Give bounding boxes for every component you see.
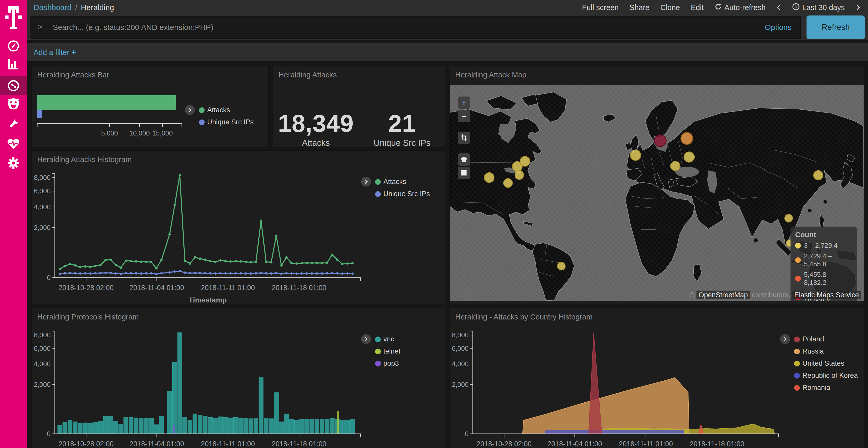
main-area: Dashboard / Heralding Full screen Share … — [27, 0, 868, 448]
svg-text:15,000: 15,000 — [152, 129, 173, 137]
metric-row: 18,349Attacks21Unique Src IPs — [273, 110, 445, 146]
sidebar-item-timelion[interactable] — [0, 95, 27, 113]
query-prompt-icon: >_ — [38, 23, 47, 32]
legend-toggle[interactable] — [780, 334, 790, 344]
add-filter-link[interactable]: Add a filter + — [34, 48, 76, 57]
full-screen-button[interactable]: Full screen — [582, 3, 619, 12]
svg-text:4,000: 4,000 — [34, 203, 51, 211]
legend: AttacksUnique Src IPs — [199, 106, 254, 130]
panel-country-histogram: Heralding - Attacks by Country Histogram… — [450, 308, 864, 448]
refresh-button[interactable]: Refresh — [807, 15, 865, 39]
legend-item-country-2[interactable]: United States — [794, 359, 858, 368]
polygon-button[interactable] — [458, 153, 470, 166]
panel-title: Heralding Attacks — [273, 66, 445, 81]
top-navigation-bar: Dashboard / Heralding Full screen Share … — [27, 0, 868, 15]
sidebar-item-dashboard[interactable] — [0, 76, 27, 95]
legend-item-proto-2[interactable]: pop3 — [375, 359, 400, 368]
legend-toggle[interactable] — [185, 105, 195, 115]
panel-attack-map: Heralding Attack Map +− Count3 – 2,729.4… — [450, 66, 864, 304]
lion-icon — [7, 98, 20, 110]
crop-icon — [461, 132, 467, 143]
gauge-icon — [7, 79, 20, 92]
time-forward-button[interactable] — [856, 4, 860, 11]
auto-refresh-button[interactable]: Auto-refresh — [715, 3, 766, 12]
svg-text:2,000: 2,000 — [452, 381, 469, 388]
svg-text:Timestamp: Timestamp — [189, 296, 226, 304]
zoom-out-button[interactable]: − — [458, 110, 470, 122]
map-legend-range: 3 – 2,729.4 — [795, 242, 852, 249]
time-range-picker[interactable]: Last 30 days — [792, 3, 845, 12]
svg-text:2018-11-18 01:00: 2018-11-18 01:00 — [690, 440, 744, 448]
panel-title: Heralding - Attacks by Country Histogram — [450, 308, 864, 323]
options-link[interactable]: Options — [765, 23, 792, 32]
legend-item-proto-0[interactable]: vnc — [375, 335, 400, 343]
osm-link[interactable]: OpenStreetMap — [696, 290, 750, 299]
search-input[interactable] — [53, 23, 765, 32]
legend-color-dot — [375, 337, 381, 342]
svg-text:10,000: 10,000 — [129, 129, 150, 137]
legend-item-country-3[interactable]: Republic of Korea — [794, 372, 858, 380]
legend-toggle[interactable] — [361, 177, 371, 186]
telekom-logo[interactable] — [0, 6, 27, 32]
gear-icon — [7, 157, 20, 169]
clone-button[interactable]: Clone — [660, 3, 680, 12]
legend-color-dot — [375, 361, 381, 367]
svg-text:0: 0 — [47, 430, 51, 438]
map-attribution: © OpenStreetMap contributors, Elastic Ma… — [689, 291, 861, 299]
metric-1: 21Unique Src IPs — [359, 110, 445, 146]
legend-color-dot — [375, 179, 381, 185]
sidebar-item-discover[interactable] — [0, 37, 27, 55]
rectangle-button[interactable] — [458, 167, 470, 179]
legend-color-dot — [375, 349, 381, 354]
svg-text:4,000: 4,000 — [34, 360, 51, 368]
breadcrumb-separator: / — [75, 3, 77, 12]
svg-text:0: 0 — [47, 274, 51, 281]
legend-item-line-0[interactable]: Attacks — [375, 178, 430, 186]
svg-text:2,000: 2,000 — [34, 224, 51, 232]
kibana-dashboard-app: Dashboard / Heralding Full screen Share … — [0, 0, 868, 448]
legend-item-country-0[interactable]: Poland — [794, 335, 858, 343]
legend-item-line-1[interactable]: Unique Src IPs — [375, 190, 430, 198]
sidebar-item-monitoring[interactable] — [0, 134, 27, 153]
legend-color-dot — [794, 337, 800, 342]
range-color-dot — [795, 243, 801, 248]
panel-title: Heralding Attacks Histogram — [32, 151, 445, 166]
sidebar-item-visualize[interactable] — [0, 55, 27, 74]
panel-protocols-histogram: Heralding Protocols Histogram 02,0004,00… — [32, 308, 445, 448]
ems-link[interactable]: Elastic Maps Service — [792, 290, 861, 299]
share-button[interactable]: Share — [629, 3, 649, 12]
metric-0: 18,349Attacks — [273, 110, 359, 146]
svg-text:2018-11-11 01:00: 2018-11-11 01:00 — [201, 440, 255, 448]
map-controls: +− — [458, 97, 470, 180]
edit-button[interactable]: Edit — [691, 3, 704, 12]
time-back-button[interactable] — [777, 4, 781, 11]
sidebar-item-management[interactable] — [0, 154, 27, 172]
map-legend-title: Count — [795, 231, 852, 239]
legend-color-dot — [794, 349, 800, 354]
rectangle-icon — [461, 167, 467, 179]
legend-item-country-1[interactable]: Russia — [794, 347, 858, 355]
panel-attacks-histogram: Heralding Attacks Histogram 02,0004,0006… — [32, 151, 445, 304]
legend-item-bar-0[interactable]: Attacks — [199, 106, 254, 114]
legend-item-proto-1[interactable]: telnet — [375, 347, 400, 355]
search-row: >_ Options Refresh — [27, 15, 868, 40]
sidebar-item-devtools[interactable] — [0, 114, 27, 133]
legend-color-dot — [375, 191, 381, 197]
svg-text:2018-10-28 02:00: 2018-10-28 02:00 — [59, 284, 114, 291]
svg-text:8,000: 8,000 — [34, 174, 51, 181]
attack-map[interactable]: +− Count3 – 2,729.42,729.4 – 5,455.85,45… — [450, 85, 864, 301]
compass-icon — [7, 40, 20, 52]
svg-text:5,000: 5,000 — [101, 129, 118, 137]
breadcrumb-dashboard-link[interactable]: Dashboard — [34, 3, 71, 12]
svg-text:2018-11-11 01:00: 2018-11-11 01:00 — [201, 284, 255, 291]
svg-text:2,000: 2,000 — [34, 381, 51, 388]
panel-attacks-bar: Heralding Attacks Bar 5,00010,00015,000 … — [32, 66, 269, 146]
legend-toggle[interactable] — [361, 334, 371, 344]
zoom-in-button[interactable]: + — [458, 97, 470, 109]
crop-button[interactable] — [458, 132, 470, 144]
svg-text:6,000: 6,000 — [452, 345, 469, 352]
legend-color-dot — [199, 119, 205, 125]
legend-item-bar-1[interactable]: Unique Src IPs — [199, 118, 254, 126]
panel-attacks-metric: Heralding Attacks 18,349Attacks21Unique … — [273, 66, 445, 146]
legend-item-country-4[interactable]: Romania — [794, 384, 858, 392]
